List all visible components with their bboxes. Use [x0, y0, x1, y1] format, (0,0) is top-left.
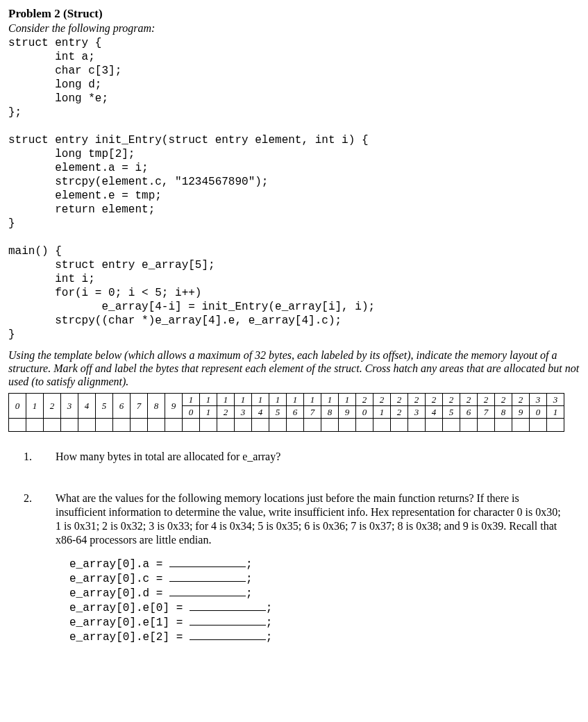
offset-cell: 1	[321, 393, 339, 405]
layout-cell	[321, 418, 339, 431]
offset-cell: 4	[426, 405, 443, 418]
answer-label: e_array[0].a =	[69, 558, 169, 571]
offset-cell: 1	[339, 393, 356, 405]
offset-cell: 8	[148, 393, 165, 418]
offset-cell: 1	[200, 405, 217, 418]
layout-cell	[443, 418, 460, 431]
offset-cell: 9	[339, 405, 356, 418]
offset-cell: 2	[408, 393, 426, 405]
answer-line: e_array[0].d = ;	[69, 586, 580, 601]
semicolon: ;	[266, 616, 273, 629]
answer-blank[interactable]	[190, 630, 266, 640]
layout-cell	[217, 418, 235, 431]
offset-cell: 1	[287, 393, 304, 405]
layout-cell	[304, 418, 321, 431]
layout-cell	[391, 418, 408, 431]
layout-cell	[339, 418, 356, 431]
layout-cell	[9, 418, 26, 431]
offset-cell: 4	[252, 405, 269, 418]
offset-cell: 1	[373, 405, 391, 418]
offset-cell: 1	[200, 393, 217, 405]
answer-line: e_array[0].e[1] = ;	[69, 615, 580, 630]
answer-line: e_array[0].c = ;	[69, 571, 580, 586]
offset-cell: 8	[321, 405, 339, 418]
answer-label: e_array[0].e[1] =	[69, 616, 190, 629]
layout-cell	[200, 418, 217, 431]
offset-cell: 0	[530, 405, 547, 418]
layout-cell	[252, 418, 269, 431]
offset-cell: 6	[113, 393, 131, 418]
offset-cell: 7	[131, 393, 148, 418]
offset-cell: 6	[287, 405, 304, 418]
q1-text: How many bytes in total are allocated fo…	[56, 450, 580, 464]
offset-cell: 7	[478, 405, 495, 418]
offset-cell: 7	[304, 405, 321, 418]
layout-cell	[61, 418, 78, 431]
layout-cell	[478, 418, 495, 431]
layout-cell	[26, 418, 44, 431]
code-listing: struct entry { int a; char c[3]; long d;…	[8, 36, 580, 342]
layout-cell	[495, 418, 512, 431]
offset-cell: 2	[460, 393, 478, 405]
semicolon: ;	[246, 587, 253, 600]
layout-cell	[165, 418, 183, 431]
offset-cell: 2	[356, 393, 373, 405]
offset-cell: 5	[269, 405, 287, 418]
offset-cell: 1	[252, 393, 269, 405]
offset-cell: 6	[460, 405, 478, 418]
offset-cell: 8	[495, 405, 512, 418]
layout-cell	[408, 418, 426, 431]
answer-line: e_array[0].a = ;	[69, 557, 580, 571]
offset-cell: 2	[443, 393, 460, 405]
layout-cell	[460, 418, 478, 431]
offset-cell: 3	[235, 405, 252, 418]
offset-cell: 9	[512, 405, 530, 418]
offset-cell: 5	[96, 393, 113, 418]
offset-cell: 4	[78, 393, 96, 418]
template-instructions: Using the template below (which allows a…	[8, 349, 580, 389]
offset-cell: 1	[269, 393, 287, 405]
intro-text: Consider the following program:	[8, 22, 580, 35]
answer-blank[interactable]	[190, 601, 266, 611]
problem-title: Problem 2 (Struct)	[8, 7, 580, 21]
semicolon: ;	[266, 602, 273, 614]
answer-blank[interactable]	[169, 586, 246, 596]
layout-cell	[44, 418, 61, 431]
offset-cell: 3	[530, 393, 547, 405]
answer-label: e_array[0].d =	[69, 587, 169, 600]
layout-cell	[426, 418, 443, 431]
layout-cell	[512, 418, 530, 431]
layout-cell	[356, 418, 373, 431]
offset-cell: 0	[356, 405, 373, 418]
offset-cell: 3	[61, 393, 78, 418]
offset-cell: 0	[183, 405, 200, 418]
semicolon: ;	[246, 558, 253, 571]
offset-cell: 1	[183, 393, 200, 405]
layout-cell	[547, 418, 564, 431]
answer-label: e_array[0].e[2] =	[69, 631, 190, 644]
offset-cell: 2	[512, 393, 530, 405]
semicolon: ;	[266, 631, 273, 644]
layout-cell	[235, 418, 252, 431]
answer-blank[interactable]	[190, 615, 266, 626]
layout-cell	[78, 418, 96, 431]
layout-cell	[113, 418, 131, 431]
offset-cell: 0	[9, 393, 26, 418]
offset-cell: 2	[426, 393, 443, 405]
offset-cell: 1	[547, 405, 564, 418]
offset-cell: 1	[26, 393, 44, 418]
offset-cell: 1	[217, 393, 235, 405]
layout-cell	[183, 418, 200, 431]
q2-number: 2.	[8, 492, 56, 547]
offset-cell: 5	[443, 405, 460, 418]
offset-cell: 3	[547, 393, 564, 405]
offset-cell: 2	[217, 405, 235, 418]
answer-line: e_array[0].e[0] = ;	[69, 601, 580, 615]
offset-cell: 2	[478, 393, 495, 405]
layout-cell	[373, 418, 391, 431]
answer-label: e_array[0].e[0] =	[69, 602, 190, 614]
answer-blank[interactable]	[169, 557, 246, 567]
answer-blank[interactable]	[169, 571, 246, 582]
offset-table: 01234567891111111111222222222233 0123456…	[8, 393, 564, 432]
layout-cell	[269, 418, 287, 431]
